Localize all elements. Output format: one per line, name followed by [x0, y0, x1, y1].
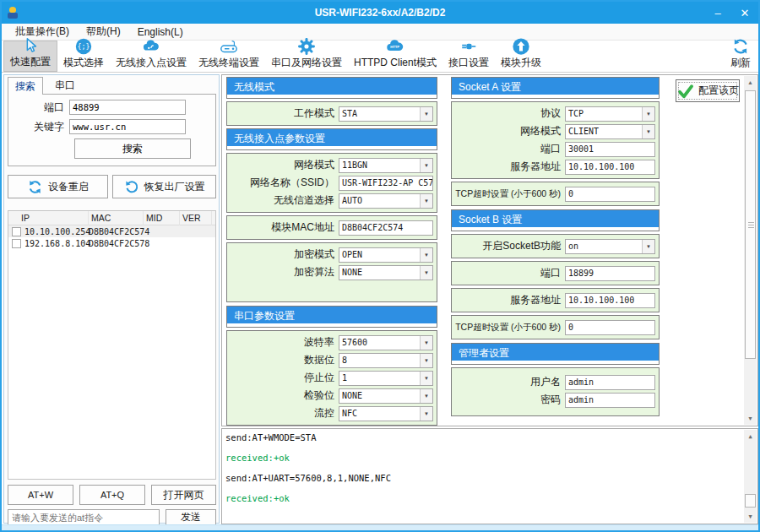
field-label: TCP超时设置 (小于600 秒): [455, 188, 565, 200]
security-mode-select[interactable]: OPEN▼: [339, 247, 433, 263]
gear-icon: [297, 37, 316, 56]
log-line: received:+ok: [225, 453, 742, 463]
group-socketb-enable: 开启SocketB功能 on▼: [451, 234, 660, 258]
main-area: 搜索 串口 端口 关键字 搜索 设备重启: [2, 73, 758, 525]
socketb-timeout-input[interactable]: 0: [565, 320, 655, 335]
device-table: IP MAC MID VER 10.10.100.254 D8B04CF2C57…: [8, 210, 216, 480]
tool-mode-select[interactable]: {;} 模式选择: [57, 41, 110, 72]
minimize-button[interactable]: –: [704, 2, 731, 24]
field-label: 数据位: [231, 353, 339, 367]
chevron-down-icon: ▼: [420, 194, 432, 208]
at-q-button[interactable]: AT+Q: [79, 485, 145, 505]
http-cloud-icon: HTTP: [384, 37, 406, 56]
field-label: 加密模式: [231, 247, 339, 262]
row-checkbox[interactable]: [12, 227, 21, 236]
group-mac: 模块MAC地址 D8B04CF2C574: [226, 215, 437, 240]
field-label: 网络模式: [231, 158, 339, 172]
col-mid: MID: [144, 211, 180, 225]
undo-arrow-icon: [124, 179, 139, 194]
group-security: 加密模式 OPEN▼ 加密算法 NONE▼: [226, 242, 437, 302]
table-row[interactable]: 192.168.8.104 D8B04CF2C578: [8, 237, 215, 249]
tool-refresh[interactable]: 刷新: [725, 41, 757, 72]
device-table-header: IP MAC MID VER: [8, 211, 215, 225]
tool-quick-config[interactable]: 快速配置: [3, 41, 57, 72]
field-label: 密码: [455, 393, 565, 407]
scroll-down-icon[interactable]: ▼: [744, 412, 757, 425]
device-reboot-button[interactable]: 设备重启: [8, 175, 108, 198]
port-input[interactable]: [69, 100, 186, 115]
tool-sta-settings[interactable]: 无线终端设置: [193, 41, 265, 72]
row-checkbox[interactable]: [12, 239, 21, 248]
group-admin: 用户名 admin 密码 admin: [451, 367, 660, 416]
at-w-button[interactable]: AT+W: [8, 485, 73, 505]
socketa-timeout-input[interactable]: 0: [565, 187, 655, 202]
protocol-select[interactable]: TCP▼: [565, 106, 655, 122]
config-scrollbar[interactable]: ▲ ▼: [744, 76, 757, 425]
cursor-icon: [21, 36, 40, 55]
tool-httpd-client[interactable]: HTTP HTTPD Client模式: [348, 41, 442, 72]
username-input[interactable]: admin: [565, 375, 655, 390]
left-panel: 搜索 串口 端口 关键字 搜索 设备重启: [3, 74, 220, 524]
send-button[interactable]: 发送: [166, 509, 216, 525]
title-bar: USR-WIFI232-6xx/A2/B2/D2 – ✕: [2, 2, 758, 24]
menu-bar: 批量操作(B) 帮助(H) English(L): [2, 24, 758, 41]
chevron-down-icon: ▼: [420, 159, 432, 172]
mac-address-input[interactable]: D8B04CF2C574: [339, 220, 433, 236]
scrollbar-thumb[interactable]: [745, 90, 756, 359]
section-socket-a: Socket A 设置: [451, 77, 660, 99]
log-panel[interactable]: send:AT+WMODE=STA received:+ok send:AT+U…: [221, 428, 758, 524]
keyword-input[interactable]: [69, 119, 186, 134]
config-panel: 无线模式 工作模式 STA▼ 无线接入点参数设置 网络模式 11BGN▼ 网络名…: [221, 74, 758, 426]
keyword-label: 关键字: [8, 120, 69, 134]
flow-control-select[interactable]: NFC▼: [339, 406, 433, 421]
stop-bits-select[interactable]: 1▼: [339, 371, 433, 386]
data-bits-select[interactable]: 8▼: [339, 353, 433, 368]
check-icon: [676, 83, 695, 100]
tool-serial-network[interactable]: 串口及网络设置: [265, 41, 348, 72]
socketb-port-input[interactable]: 18899: [565, 266, 655, 281]
menu-batch-ops[interactable]: 批量操作(B): [7, 24, 78, 41]
password-input[interactable]: admin: [565, 393, 655, 408]
chevron-down-icon: ▼: [420, 372, 432, 385]
log-line: send:AT+WMODE=STA: [225, 432, 742, 442]
chevron-down-icon: ▼: [420, 336, 432, 350]
socketb-server-input[interactable]: 10.10.100.100: [565, 293, 655, 308]
field-label: 模块MAC地址: [231, 220, 339, 235]
ssid-input[interactable]: USR-WIFI232-AP_C574: [339, 176, 433, 191]
router-icon: [218, 37, 240, 56]
channel-select[interactable]: AUTO▼: [339, 193, 433, 209]
factory-reset-button[interactable]: 恢复出厂设置: [112, 175, 216, 198]
tab-search[interactable]: 搜索: [8, 77, 43, 95]
socketa-netmode-select[interactable]: CLIENT▼: [565, 124, 655, 139]
open-webpage-button[interactable]: 打开网页: [151, 485, 216, 505]
tab-serial[interactable]: 串口: [48, 77, 82, 95]
work-mode-select[interactable]: STA▼: [339, 106, 433, 122]
socketa-server-input[interactable]: 10.10.100.100: [565, 160, 655, 175]
log-line: received:+ok: [225, 493, 742, 503]
baud-rate-select[interactable]: 57600▼: [339, 335, 433, 350]
scrollbar-thumb[interactable]: [745, 494, 756, 508]
socketb-enable-select[interactable]: on▼: [565, 239, 655, 254]
apply-page-button[interactable]: 配置该页: [676, 79, 740, 102]
section-admin: 管理者设置: [451, 343, 660, 365]
log-scrollbar[interactable]: ▲ ▼: [744, 430, 757, 523]
field-label: 用户名: [455, 375, 565, 389]
scroll-up-icon[interactable]: ▲: [744, 76, 757, 89]
scroll-down-icon[interactable]: ▼: [744, 510, 757, 523]
window-title: USR-WIFI232-6xx/A2/B2/D2: [2, 7, 758, 19]
network-mode-select[interactable]: 11BGN▼: [339, 158, 433, 173]
search-button[interactable]: 搜索: [74, 138, 191, 159]
app-window: USR-WIFI232-6xx/A2/B2/D2 – ✕ 批量操作(B) 帮助(…: [0, 0, 760, 532]
parity-select[interactable]: NONE▼: [339, 388, 433, 404]
chevron-down-icon: ▼: [420, 407, 432, 421]
tool-ap-settings[interactable]: 无线接入点设置: [110, 41, 193, 72]
table-row[interactable]: 10.10.100.254 D8B04CF2C574: [8, 225, 215, 237]
close-button[interactable]: ✕: [731, 2, 758, 24]
scroll-up-icon[interactable]: ▲: [744, 430, 757, 442]
plug-icon: [459, 37, 479, 56]
tool-interface-settings[interactable]: 接口设置: [442, 41, 495, 72]
socketa-port-input[interactable]: 30001: [565, 142, 655, 157]
tool-module-upgrade[interactable]: 模块升级: [495, 41, 547, 72]
security-algo-select[interactable]: NONE▼: [339, 265, 433, 280]
at-command-input[interactable]: [8, 509, 160, 525]
